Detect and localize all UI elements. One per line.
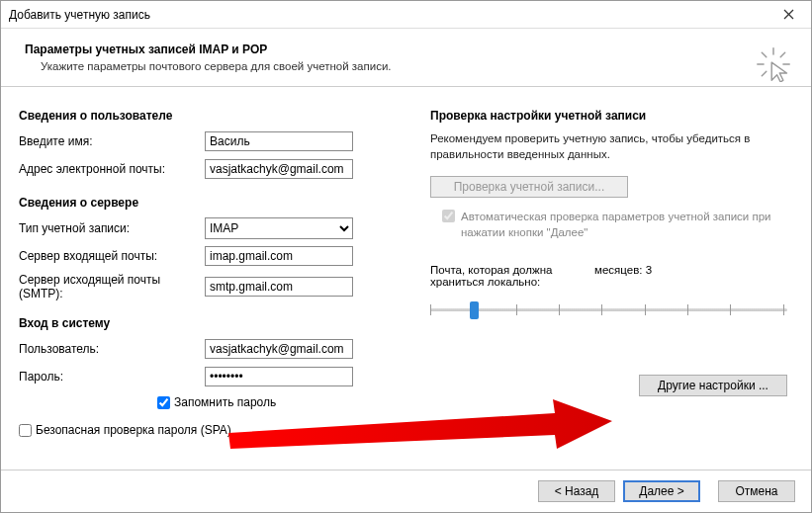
add-account-window: Добавить учетную запись Параметры учетны… (0, 0, 812, 513)
auto-test-row: Автоматическая проверка параметров учетн… (442, 210, 787, 240)
svg-line-6 (780, 52, 785, 57)
other-settings-button[interactable]: Другие настройки ... (639, 375, 787, 396)
remember-password-row: Запомнить пароль (157, 395, 403, 409)
storage-slider[interactable] (430, 301, 787, 319)
username-input[interactable] (205, 339, 353, 359)
close-button[interactable] (773, 5, 803, 25)
storage-value: 3 (646, 264, 652, 276)
form-body: Сведения о пользователе Введите имя: Адр… (1, 87, 811, 470)
cancel-button[interactable]: Отмена (718, 480, 795, 502)
header: Параметры учетных записей IMAP и POP Ука… (1, 29, 811, 87)
spa-checkbox[interactable] (19, 424, 32, 437)
svg-line-5 (762, 52, 767, 57)
spa-label: Безопасная проверка пароля (SPA) (36, 423, 231, 437)
user-section-header: Сведения о пользователе (19, 109, 403, 123)
incoming-server-input[interactable] (205, 246, 353, 266)
name-label: Введите имя: (19, 134, 205, 148)
titlebar: Добавить учетную запись (1, 1, 811, 29)
username-label: Пользователь: (19, 342, 205, 356)
svg-line-7 (762, 71, 767, 76)
storage-slider-block: Почта, которая должна храниться локально… (430, 264, 787, 319)
storage-label-row: Почта, которая должна храниться локально… (430, 264, 787, 288)
right-column: Проверка настройки учетной записи Рекоме… (430, 105, 787, 462)
email-label: Адрес электронной почты: (19, 162, 205, 176)
account-type-select[interactable]: IMAP (205, 217, 353, 239)
remember-password-checkbox[interactable] (157, 396, 170, 409)
account-type-label: Тип учетной записи: (19, 221, 205, 235)
login-section-header: Вход в систему (19, 316, 403, 330)
remember-password-label: Запомнить пароль (174, 395, 276, 409)
header-title: Параметры учетных записей IMAP и POP (25, 43, 787, 56)
test-description: Рекомендуем проверить учетную запись, чт… (430, 130, 787, 162)
password-label: Пароль: (19, 370, 205, 384)
next-button[interactable]: Далее > (623, 480, 700, 502)
auto-test-checkbox (442, 210, 455, 222)
header-subtitle: Укажите параметры почтового сервера для … (41, 60, 787, 72)
footer: < Назад Далее > Отмена (1, 470, 811, 512)
email-input[interactable] (205, 159, 353, 179)
spa-row: Безопасная проверка пароля (SPA) (19, 423, 403, 437)
outgoing-server-label: Сервер исходящей почты (SMTP): (19, 273, 205, 300)
auto-test-label: Автоматическая проверка параметров учетн… (461, 210, 787, 240)
storage-line2: храниться локально: (430, 276, 540, 288)
name-input[interactable] (205, 131, 353, 151)
incoming-server-label: Сервер входящей почты: (19, 249, 205, 263)
password-input[interactable] (205, 367, 353, 386)
storage-line1: Почта, которая должна (430, 264, 552, 276)
outgoing-server-input[interactable] (205, 277, 353, 297)
cursor-sparkle-icon (756, 46, 791, 82)
storage-unit: месяцев: (594, 264, 642, 276)
back-button[interactable]: < Назад (538, 480, 615, 502)
window-title: Добавить учетную запись (9, 8, 773, 22)
test-account-button: Проверка учетной записи... (430, 176, 628, 198)
server-section-header: Сведения о сервере (19, 196, 403, 210)
test-section-header: Проверка настройки учетной записи (430, 109, 787, 123)
close-icon (783, 9, 794, 20)
left-column: Сведения о пользователе Введите имя: Адр… (19, 105, 403, 462)
